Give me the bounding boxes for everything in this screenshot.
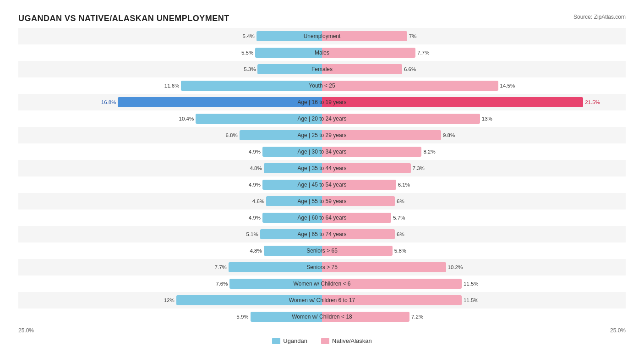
left-value: 16.8% bbox=[101, 99, 116, 105]
table-row: 4.9%5.7%Age | 60 to 64 years bbox=[18, 209, 626, 226]
left-value: 7.7% bbox=[215, 264, 227, 270]
blue-bar bbox=[262, 180, 322, 190]
table-row: 5.1%6%Age | 65 to 74 years bbox=[18, 226, 626, 242]
blue-bar bbox=[176, 295, 322, 305]
pink-bar bbox=[322, 114, 480, 124]
blue-bar bbox=[196, 114, 322, 124]
chart-body: 5.4%7%Unemployment5.5%7.7%Males5.3%6.6%F… bbox=[18, 28, 626, 325]
legend-item-native: Native/Alaskan bbox=[321, 337, 372, 344]
left-value: 4.9% bbox=[249, 149, 261, 154]
pink-bar bbox=[322, 147, 421, 157]
pink-bar bbox=[322, 180, 396, 190]
legend-box-ugandan bbox=[272, 338, 280, 344]
right-value: 21.5% bbox=[585, 99, 600, 105]
chart-title: UGANDAN VS NATIVE/ALASKAN UNEMPLOYMENT bbox=[18, 14, 229, 23]
pink-bar bbox=[322, 295, 462, 305]
pink-bar bbox=[322, 246, 393, 256]
right-value: 11.5% bbox=[464, 297, 479, 303]
pink-bar bbox=[322, 196, 395, 206]
left-value: 6.8% bbox=[225, 132, 237, 138]
right-value: 14.5% bbox=[500, 83, 515, 88]
table-row: 10.4%13%Age | 20 to 24 years bbox=[18, 110, 626, 127]
blue-bar bbox=[264, 246, 322, 256]
right-value: 6.6% bbox=[404, 66, 416, 72]
axis-row: 25.0% 25.0% bbox=[18, 327, 626, 334]
right-value: 5.7% bbox=[393, 215, 405, 220]
right-value: 6% bbox=[397, 198, 404, 204]
left-value: 4.9% bbox=[249, 182, 261, 187]
legend-label-ugandan: Ugandan bbox=[283, 337, 307, 344]
blue-bar bbox=[260, 229, 322, 239]
left-value: 4.9% bbox=[249, 215, 261, 220]
left-value: 4.8% bbox=[250, 248, 262, 253]
blue-bar bbox=[255, 48, 322, 58]
left-value: 12% bbox=[164, 297, 175, 303]
axis-right-label: 25.0% bbox=[610, 327, 626, 334]
legend-box-native bbox=[321, 338, 329, 344]
table-row: 16.8%21.5%Age | 16 to 19 years bbox=[18, 94, 626, 110]
pink-bar bbox=[322, 48, 415, 58]
right-value: 7.2% bbox=[411, 314, 423, 319]
table-row: 12%11.5%Women w/ Children 6 to 17 bbox=[18, 292, 626, 308]
axis-left: 25.0% bbox=[18, 327, 322, 334]
right-value: 7.3% bbox=[413, 165, 425, 171]
legend: Ugandan Native/Alaskan bbox=[18, 337, 626, 344]
right-value: 7% bbox=[409, 33, 417, 39]
chart-container: UGANDAN VS NATIVE/ALASKAN UNEMPLOYMENT S… bbox=[9, 9, 635, 347]
table-row: 4.9%6.1%Age | 45 to 54 years bbox=[18, 176, 626, 193]
left-value: 5.9% bbox=[236, 314, 248, 319]
pink-bar bbox=[322, 97, 583, 107]
right-value: 6.1% bbox=[398, 182, 410, 187]
left-value: 5.1% bbox=[246, 231, 258, 237]
table-row: 7.7%10.2%Seniors > 75 bbox=[18, 259, 626, 275]
right-value: 5.8% bbox=[394, 248, 406, 253]
axis-right: 25.0% bbox=[322, 327, 626, 334]
right-value: 11.5% bbox=[464, 281, 479, 286]
blue-bar bbox=[229, 279, 322, 289]
blue-bar bbox=[262, 213, 322, 223]
table-row: 4.8%7.3%Age | 35 to 44 years bbox=[18, 160, 626, 176]
table-row: 5.3%6.6%Females bbox=[18, 61, 626, 77]
table-row: 4.8%5.8%Seniors > 65 bbox=[18, 242, 626, 259]
pink-bar bbox=[322, 312, 409, 322]
blue-bar bbox=[262, 147, 322, 157]
blue-bar bbox=[118, 97, 322, 107]
blue-bar bbox=[240, 130, 322, 140]
table-row: 4.6%6%Age | 55 to 59 years bbox=[18, 193, 626, 209]
pink-bar bbox=[322, 213, 391, 223]
right-value: 13% bbox=[482, 116, 492, 121]
left-value: 5.5% bbox=[241, 50, 253, 55]
pink-bar bbox=[322, 130, 441, 140]
chart-source: Source: ZipAtlas.com bbox=[573, 14, 626, 20]
pink-bar bbox=[322, 31, 407, 41]
left-value: 4.6% bbox=[252, 198, 264, 204]
blue-bar bbox=[264, 163, 322, 173]
chart-header: UGANDAN VS NATIVE/ALASKAN UNEMPLOYMENT S… bbox=[18, 14, 626, 23]
table-row: 5.9%7.2%Women w/ Children < 18 bbox=[18, 308, 626, 325]
left-value: 4.8% bbox=[250, 165, 262, 171]
pink-bar bbox=[322, 279, 462, 289]
pink-bar bbox=[322, 163, 411, 173]
left-value: 7.6% bbox=[216, 281, 228, 286]
legend-item-ugandan: Ugandan bbox=[272, 337, 307, 344]
table-row: 6.8%9.8%Age | 25 to 29 years bbox=[18, 127, 626, 143]
blue-bar bbox=[229, 262, 322, 272]
left-value: 10.4% bbox=[179, 116, 194, 121]
pink-bar bbox=[322, 81, 498, 91]
blue-bar bbox=[251, 312, 322, 322]
pink-bar bbox=[322, 64, 402, 74]
table-row: 11.6%14.5%Youth < 25 bbox=[18, 77, 626, 94]
left-value: 11.6% bbox=[164, 83, 180, 88]
pink-bar bbox=[322, 262, 446, 272]
blue-bar bbox=[257, 64, 322, 74]
table-row: 7.6%11.5%Women w/ Children < 6 bbox=[18, 275, 626, 292]
right-value: 8.2% bbox=[423, 149, 435, 154]
pink-bar bbox=[322, 229, 395, 239]
legend-label-native: Native/Alaskan bbox=[332, 337, 372, 344]
table-row: 5.5%7.7%Males bbox=[18, 44, 626, 61]
right-value: 7.7% bbox=[417, 50, 429, 55]
left-value: 5.3% bbox=[244, 66, 256, 72]
right-value: 6% bbox=[397, 231, 404, 237]
blue-bar bbox=[257, 31, 322, 41]
right-value: 10.2% bbox=[448, 264, 463, 270]
